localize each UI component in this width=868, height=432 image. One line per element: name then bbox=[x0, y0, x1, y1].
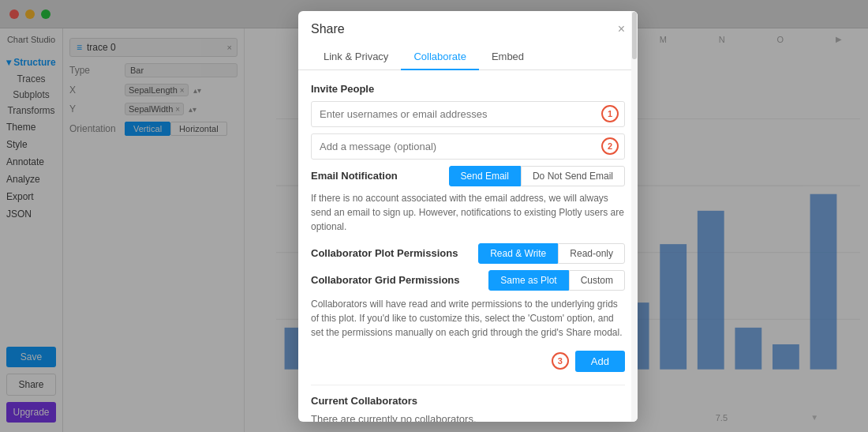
no-collaborators-text: There are currently no collaborators. bbox=[311, 413, 625, 422]
modal-body: Invite People 1 2 Email Notification Sen… bbox=[298, 70, 638, 422]
email-notification-label: Email Notification bbox=[311, 170, 398, 182]
message-input[interactable] bbox=[311, 133, 625, 160]
grid-perms-label: Collaborator Grid Permissions bbox=[311, 274, 460, 286]
grid-perms-row: Collaborator Grid Permissions Same as Pl… bbox=[311, 270, 625, 291]
email-notification-row: Email Notification Send Email Do Not Sen… bbox=[311, 166, 625, 186]
plot-perms-label: Collaborator Plot Permissions bbox=[311, 247, 458, 259]
read-only-button[interactable]: Read-only bbox=[558, 243, 625, 264]
step-2-circle: 2 bbox=[601, 137, 619, 155]
message-input-row: 2 bbox=[311, 133, 625, 160]
step-1-circle: 1 bbox=[601, 105, 619, 122]
plot-perms-btn-group: Read & Write Read-only bbox=[478, 243, 625, 264]
email-notification-desc: If there is no account associated with t… bbox=[311, 191, 625, 234]
modal-header: Share × bbox=[298, 28, 638, 36]
current-collaborators-title: Current Collaborators bbox=[311, 395, 625, 407]
main-content: ≡ trace 0 × Type Bar X SepalLength × ▴▾ … bbox=[63, 28, 868, 432]
plot-perms-row: Collaborator Plot Permissions Read & Wri… bbox=[311, 243, 625, 264]
invite-section-label: Invite People bbox=[311, 83, 625, 95]
share-modal: Share × Link & Privacy Collaborate Embed… bbox=[298, 28, 638, 422]
same-as-plot-button[interactable]: Same as Plot bbox=[488, 270, 568, 291]
invite-input-row: 1 bbox=[311, 101, 625, 127]
email-btn-group: Send Email Do Not Send Email bbox=[449, 166, 625, 186]
modal-scrollbar-track[interactable] bbox=[631, 28, 638, 422]
read-write-button[interactable]: Read & Write bbox=[478, 243, 558, 264]
app-layout: Chart Studio ▾ Structure Traces Subplots… bbox=[0, 28, 868, 432]
send-email-button[interactable]: Send Email bbox=[449, 166, 521, 186]
invite-input[interactable] bbox=[311, 101, 625, 127]
modal-close-button[interactable]: × bbox=[618, 28, 625, 36]
add-button[interactable]: Add bbox=[575, 351, 625, 372]
tab-embed[interactable]: Embed bbox=[479, 44, 537, 70]
add-row: 3 Add bbox=[311, 351, 625, 372]
tab-link-privacy[interactable]: Link & Privacy bbox=[311, 44, 401, 70]
tab-collaborate[interactable]: Collaborate bbox=[401, 44, 479, 70]
modal-scrollbar-thumb[interactable] bbox=[632, 28, 637, 59]
grid-perms-btn-group: Same as Plot Custom bbox=[488, 270, 625, 291]
custom-button[interactable]: Custom bbox=[569, 270, 625, 291]
collaborators-section: Current Collaborators There are currentl… bbox=[311, 385, 625, 422]
modal-title: Share bbox=[311, 28, 345, 36]
modal-tabs: Link & Privacy Collaborate Embed bbox=[298, 44, 638, 70]
no-send-email-button[interactable]: Do Not Send Email bbox=[521, 166, 625, 186]
step-3-circle: 3 bbox=[552, 352, 569, 370]
grid-perms-desc: Collaborators will have read and write p… bbox=[311, 297, 625, 340]
